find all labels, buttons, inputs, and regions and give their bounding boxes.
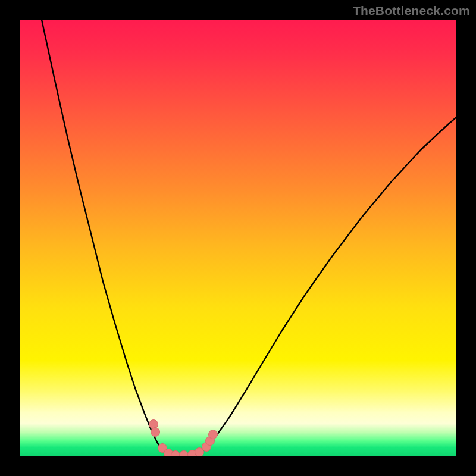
chart-svg — [20, 20, 456, 456]
attribution-text: TheBottleneck.com — [353, 4, 470, 18]
valley-marker — [151, 428, 160, 437]
valley-marker-group — [149, 420, 218, 457]
valley-marker — [149, 420, 158, 429]
bottleneck-curve — [42, 20, 456, 455]
chart-frame: TheBottleneck.com — [0, 0, 476, 476]
valley-marker — [209, 430, 218, 439]
valley-marker — [180, 451, 189, 457]
plot-area — [20, 20, 456, 456]
